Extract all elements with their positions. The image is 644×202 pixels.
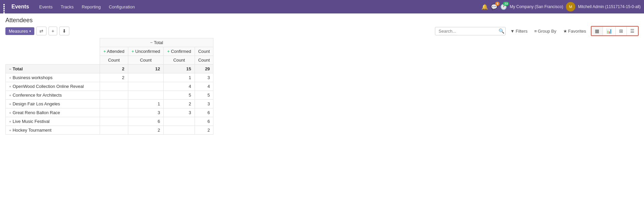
row-attended-cell	[100, 100, 128, 108]
row-label-cell: −Total	[6, 65, 100, 73]
add-button[interactable]: +	[48, 27, 57, 35]
row-unconfirmed-cell: 12	[128, 65, 164, 73]
swap-icon: ⇄	[39, 28, 43, 34]
col-group-total: − Total	[100, 38, 213, 47]
pivot-icon: ▦	[595, 28, 599, 34]
row-label-text: Great Reno Ballon Race	[12, 110, 60, 115]
row-expand-icon[interactable]: +	[9, 120, 11, 124]
view-bar-button[interactable]: 📊	[603, 27, 616, 35]
row-label-cell: +Design Fair Los Angeles	[6, 100, 100, 108]
table-row: +Hockey Tournament22	[6, 126, 213, 135]
download-icon: ⬇	[62, 28, 66, 34]
view-kanban-button[interactable]: ⊞	[616, 27, 627, 35]
row-confirmed-cell: 4	[164, 82, 195, 91]
activity-icon[interactable]: 🕐23	[500, 4, 507, 10]
pivot-table: − Total + Attended + Unconfirmed	[5, 38, 213, 135]
row-label-text: Conference for Architects	[12, 93, 62, 98]
row-expand-icon[interactable]: −	[9, 67, 11, 71]
topnav-right: 🔔 💬5 🕐23 My Company (San Francisco) M Mi…	[481, 2, 641, 11]
notification-bell-icon[interactable]: 🔔	[481, 4, 488, 10]
favorites-label: Favorites	[568, 29, 586, 34]
chat-icon[interactable]: 💬5	[491, 4, 498, 10]
attended-plus-icon[interactable]: +	[103, 49, 106, 54]
row-confirmed-cell: 1	[164, 73, 195, 82]
row-expand-icon[interactable]: +	[9, 111, 11, 115]
download-button[interactable]: ⬇	[59, 27, 69, 35]
company-name[interactable]: My Company (San Francisco)	[510, 4, 563, 9]
row-label-cell: +Business workshops	[6, 73, 100, 82]
col-attended-header[interactable]: + Attended	[100, 47, 128, 56]
filters-button[interactable]: ▼ Filters	[508, 27, 530, 35]
row-attended-cell	[100, 82, 128, 91]
col-minus-icon[interactable]: −	[150, 40, 153, 45]
col-confirmed-header[interactable]: + Confirmed	[164, 47, 195, 56]
filter-icon: ▼	[510, 29, 515, 34]
add-icon: +	[52, 28, 54, 34]
view-list-button[interactable]: ☰	[627, 27, 638, 35]
nav-reporting[interactable]: Reporting	[78, 3, 104, 11]
row-expand-icon[interactable]: +	[9, 128, 11, 132]
row-unconfirmed-cell	[128, 73, 164, 82]
row-label-cell: +Live Music Festival	[6, 117, 100, 126]
measures-button[interactable]: Measures ▾	[5, 27, 34, 35]
col-unconfirmed-header[interactable]: + Unconfirmed	[128, 47, 164, 56]
search-input[interactable]	[435, 27, 506, 35]
row-count-cell: 3	[195, 73, 213, 82]
nav-events[interactable]: Events	[36, 3, 56, 11]
page-title: Attendees	[5, 17, 33, 24]
row-label-text: Live Music Festival	[12, 119, 49, 124]
nav-links: Events Tracks Reporting Configuration	[36, 3, 481, 11]
unconfirmed-plus-icon[interactable]: +	[132, 49, 134, 54]
row-expand-icon[interactable]: +	[9, 93, 11, 97]
filters-label: Filters	[516, 29, 528, 34]
row-confirmed-cell	[164, 117, 195, 126]
avatar[interactable]: M	[566, 2, 575, 11]
groupby-button[interactable]: ≡ Group By	[532, 27, 558, 35]
main-page: Attendees Measures ▾ ⇄ + ⬇ 🔍	[0, 13, 644, 202]
row-attended-cell: 2	[100, 73, 128, 82]
total-count-sub: Count	[195, 56, 213, 65]
row-expand-icon[interactable]: +	[9, 76, 11, 80]
table-row: +Design Fair Los Angeles123	[6, 100, 213, 108]
row-label-text: OpenWood Collection Online Reveal	[12, 84, 84, 89]
view-pivot-button[interactable]: ▦	[591, 27, 603, 35]
row-unconfirmed-cell: 1	[128, 100, 164, 108]
col-total-label: Total	[154, 40, 163, 45]
row-attended-cell: 2	[100, 65, 128, 73]
row-label-text: Total	[12, 66, 23, 71]
search-submit-button[interactable]: 🔍	[499, 28, 504, 34]
unconfirmed-label: Unconfirmed	[135, 49, 160, 54]
table-row: +Great Reno Ballon Race336	[6, 108, 213, 117]
attended-count-sub: Count	[100, 56, 128, 65]
nav-tracks[interactable]: Tracks	[57, 3, 77, 11]
row-attended-cell	[100, 117, 128, 126]
table-row: +Business workshops213	[6, 73, 213, 82]
star-icon: ★	[563, 29, 567, 34]
confirmed-plus-icon[interactable]: +	[167, 49, 170, 54]
bar-chart-icon: 📊	[606, 28, 612, 34]
row-unconfirmed-cell	[128, 91, 164, 100]
row-confirmed-cell: 5	[164, 91, 195, 100]
unconfirmed-count-sub: Count	[128, 56, 164, 65]
confirmed-label: Confirmed	[171, 49, 191, 54]
row-count-cell: 29	[195, 65, 213, 73]
toolbar-right: 🔍 ▼ Filters ≡ Group By ★ Favorites ▦	[435, 26, 639, 36]
table-row: −Total2121529	[6, 65, 213, 73]
swap-button[interactable]: ⇄	[36, 27, 46, 35]
row-attended-cell	[100, 91, 128, 100]
filter-buttons: ▼ Filters ≡ Group By ★ Favorites	[508, 27, 588, 35]
apps-menu-button[interactable]	[3, 4, 9, 9]
confirmed-count-sub: Count	[164, 56, 195, 65]
nav-configuration[interactable]: Configuration	[105, 3, 138, 11]
view-switcher: ▦ 📊 ⊞ ☰	[591, 26, 639, 36]
row-attended-cell	[100, 108, 128, 117]
row-count-cell: 6	[195, 108, 213, 117]
chat-badge: 5	[495, 2, 500, 6]
row-expand-icon[interactable]: +	[9, 85, 11, 89]
row-count-cell: 2	[195, 126, 213, 135]
app-name[interactable]: Events	[11, 4, 29, 10]
row-label-text: Business workshops	[12, 75, 53, 80]
favorites-button[interactable]: ★ Favorites	[561, 27, 588, 35]
row-expand-icon[interactable]: +	[9, 102, 11, 106]
search-container: 🔍	[435, 27, 506, 35]
